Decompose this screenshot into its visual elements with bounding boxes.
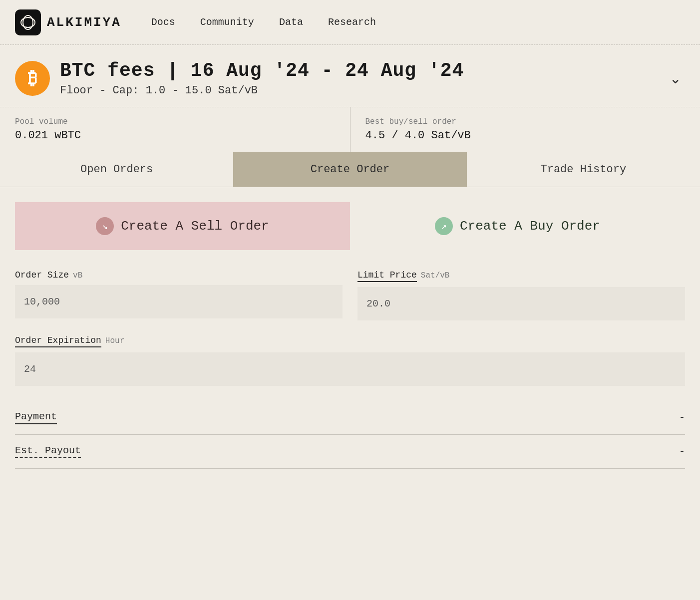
est-payout-label: Est. Payout (15, 445, 81, 458)
payment-row: Payment - (15, 401, 685, 435)
nav-link-data[interactable]: Data (279, 16, 303, 28)
stats-row: Pool volume 0.021 wBTC Best buy/sell ord… (0, 107, 700, 152)
main-content: ↘ Create A Sell Order ↗ Create A Buy Ord… (0, 187, 700, 584)
best-order-cell: Best buy/sell order 4.5 / 4.0 Sat/vB (350, 107, 700, 152)
header-section: ₿ BTC fees | 16 Aug '24 - 24 Aug '24 Flo… (0, 45, 700, 107)
logo-area[interactable]: ALKIMIYA (15, 9, 121, 35)
logo-icon (15, 9, 41, 35)
pool-volume-cell: Pool volume 0.021 wBTC (0, 107, 350, 152)
logo-text: ALKIMIYA (47, 15, 121, 30)
order-size-label: Order Size vB (15, 270, 343, 280)
bottom-spacer (15, 469, 685, 569)
limit-price-label-text: Limit Price (357, 270, 417, 282)
order-size-input[interactable] (15, 285, 343, 318)
payment-value: - (679, 412, 685, 423)
order-size-price-row: Order Size vB Limit Price Sat/vB (15, 270, 685, 320)
buy-order-label: Create A Buy Order (460, 219, 600, 234)
svg-point-0 (20, 14, 36, 30)
est-payout-value: - (679, 446, 685, 457)
tab-trade-history[interactable]: Trade History (467, 152, 700, 187)
order-expiration-input[interactable] (15, 352, 685, 386)
header-text-area: BTC fees | 16 Aug '24 - 24 Aug '24 Floor… (60, 60, 656, 97)
order-size-label-text: Order Size (15, 270, 69, 280)
order-expiration-unit: Hour (105, 336, 124, 345)
tab-open-orders[interactable]: Open Orders (0, 152, 233, 187)
limit-price-unit: Sat/vB (421, 271, 450, 280)
sell-icon: ↘ (96, 217, 114, 235)
order-type-row: ↘ Create A Sell Order ↗ Create A Buy Ord… (15, 202, 685, 250)
nav-link-docs[interactable]: Docs (151, 16, 175, 28)
nav-links: Docs Community Data Research (151, 16, 376, 28)
order-expiration-label: Order Expiration Hour (15, 335, 685, 347)
btc-icon: ₿ (15, 61, 50, 96)
buy-icon: ↗ (435, 217, 453, 235)
payment-label: Payment (15, 411, 57, 424)
sell-order-label: Create A Sell Order (121, 219, 269, 234)
tab-create-order[interactable]: Create Order (233, 152, 466, 187)
btc-symbol: ₿ (28, 68, 37, 89)
create-sell-order-button[interactable]: ↘ Create A Sell Order (15, 202, 350, 250)
pool-volume-label: Pool volume (15, 117, 335, 126)
order-expiration-label-text: Order Expiration (15, 335, 101, 347)
limit-price-label: Limit Price Sat/vB (357, 270, 685, 282)
tabs-row: Open Orders Create Order Trade History (0, 152, 700, 187)
pool-volume-value: 0.021 wBTC (15, 129, 335, 142)
order-size-group: Order Size vB (15, 270, 343, 320)
nav-link-community[interactable]: Community (200, 16, 254, 28)
est-payout-row: Est. Payout - (15, 435, 685, 469)
chevron-down-icon[interactable]: ⌄ (666, 66, 685, 91)
order-expiration-group: Order Expiration Hour (15, 335, 685, 386)
order-size-unit: vB (73, 271, 82, 280)
limit-price-input[interactable] (357, 287, 685, 320)
header-subtitle: Floor - Cap: 1.0 - 15.0 Sat/vB (60, 84, 656, 97)
best-order-value: 4.5 / 4.0 Sat/vB (365, 129, 686, 142)
nav-link-research[interactable]: Research (328, 16, 376, 28)
navigation: ALKIMIYA Docs Community Data Research (0, 0, 700, 45)
best-order-label: Best buy/sell order (365, 117, 686, 126)
create-buy-order-button[interactable]: ↗ Create A Buy Order (350, 202, 685, 250)
limit-price-group: Limit Price Sat/vB (357, 270, 685, 320)
header-title: BTC fees | 16 Aug '24 - 24 Aug '24 (60, 60, 656, 81)
